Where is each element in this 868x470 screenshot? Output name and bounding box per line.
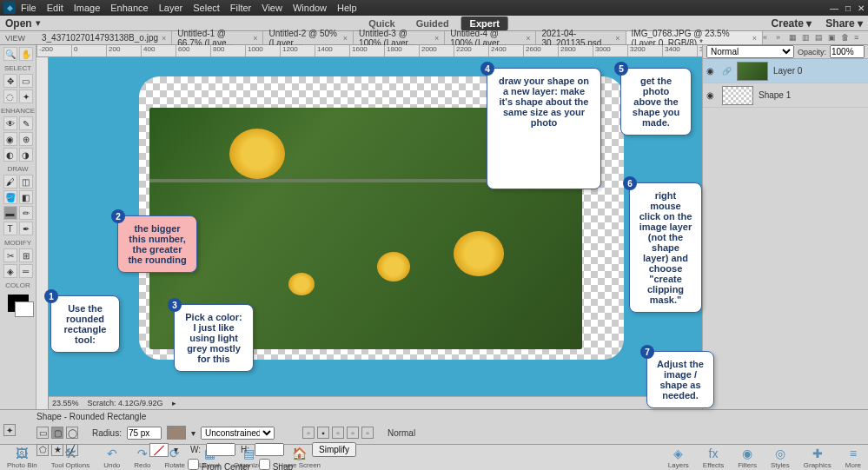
photo-bin-button[interactable]: 🖼Photo Bin [7, 447, 37, 469]
minimize-icon[interactable]: — [830, 3, 838, 13]
spot-tool[interactable]: ◉ [3, 132, 17, 146]
trash-icon[interactable]: 🗑 [841, 33, 851, 43]
whiten-tool[interactable]: ✎ [19, 116, 33, 130]
zoom-tool[interactable]: 🔍 [3, 47, 17, 61]
doc-tab[interactable]: Untitled-3 @ 100% (Layer...× [354, 31, 445, 44]
shape-tool[interactable]: ▬ [3, 206, 17, 220]
shape-polygon[interactable]: ⬠ [36, 444, 49, 456]
tab-close-icon[interactable]: × [434, 34, 439, 43]
menu-file[interactable]: File [21, 3, 36, 13]
add-shape-icon[interactable]: ▪ [317, 427, 329, 439]
layer-thumbnail[interactable] [737, 62, 768, 81]
layout-icon[interactable]: ▥ [802, 33, 812, 43]
share-button[interactable]: Share ▾ [825, 17, 863, 30]
menu-enhance[interactable]: Enhance [110, 3, 148, 13]
tab-close-icon[interactable]: × [752, 34, 757, 43]
swatch-dropdown-icon[interactable]: ▾ [174, 445, 178, 454]
layer-row[interactable]: ◉ Shape 1 [703, 83, 868, 108]
gradient-tool[interactable]: ◧ [19, 190, 33, 204]
sponge-tool[interactable]: ◑ [19, 148, 33, 162]
marquee-tool[interactable]: ▭ [19, 74, 33, 88]
text-tool[interactable]: T [3, 222, 17, 235]
layout-icon[interactable]: ▦ [789, 33, 799, 43]
tab-close-icon[interactable]: × [615, 34, 620, 43]
visibility-icon[interactable]: ◉ [706, 66, 717, 76]
layer-thumbnail[interactable] [722, 86, 753, 105]
swatch-dropdown-icon[interactable]: ▾ [191, 428, 195, 438]
pen-tool[interactable]: ✒ [19, 222, 33, 235]
menu-view[interactable]: View [262, 3, 282, 13]
tab-close-icon[interactable]: × [343, 34, 348, 43]
menu-edit[interactable]: Edit [47, 3, 63, 13]
new-layer-icon[interactable]: ▫ [302, 427, 315, 439]
shape-custom[interactable]: ✦ [3, 424, 16, 436]
create-button[interactable]: Create ▾ [772, 17, 812, 30]
stroke-none-swatch[interactable] [149, 443, 169, 457]
layout-icon[interactable]: ▤ [815, 33, 825, 43]
doc-tab-active[interactable]: IMG_0768.JPG @ 23.5% (Layer 0, RGB/8) *× [626, 31, 763, 44]
doc-tab[interactable]: Untitled-2 @ 50% (Layer ...× [263, 31, 354, 44]
open-button[interactable]: Open [5, 17, 32, 30]
hand-tool[interactable]: ✋ [19, 47, 33, 61]
fill-color-swatch[interactable] [167, 426, 186, 440]
blur-tool[interactable]: ◐ [3, 148, 17, 162]
doc-tab[interactable]: Untitled-4 @ 100% (Layer...× [445, 31, 536, 44]
opacity-input[interactable] [830, 45, 865, 58]
exclude-shape-icon[interactable]: ▫ [361, 427, 374, 439]
straighten-tool[interactable]: ═ [19, 264, 33, 278]
open-dropdown-icon[interactable]: ▾ [36, 17, 41, 29]
doc-tab[interactable]: Untitled-1 @ 66.7% (Laye...× [172, 31, 263, 44]
crop-tool[interactable]: ✂ [3, 248, 17, 262]
fill-tool[interactable]: 🪣 [3, 190, 17, 204]
visibility-icon[interactable]: ◉ [706, 90, 717, 100]
move-tool[interactable]: ✥ [3, 74, 17, 88]
height-input[interactable] [255, 443, 284, 456]
from-center-checkbox[interactable]: From Center [188, 459, 250, 470]
tab-close-icon[interactable]: × [526, 34, 530, 43]
snap-checkbox[interactable]: Snap [259, 459, 293, 470]
shape-star[interactable]: ★ [51, 444, 63, 456]
shape-roundrect[interactable]: ▢ [51, 427, 63, 439]
section-enhance: ENHANCE [1, 107, 35, 115]
shape-ellipse[interactable]: ◯ [66, 427, 78, 439]
maximize-icon[interactable]: □ [845, 3, 851, 13]
link-icon[interactable]: 🔗 [722, 67, 732, 76]
menu-icon[interactable]: ≡ [854, 33, 865, 43]
simplify-button[interactable]: Simplify [312, 442, 356, 457]
doc-tab[interactable]: 2021-04-30_201135.psd ...× [536, 31, 626, 44]
recompose-tool[interactable]: ⊞ [19, 248, 33, 262]
wand-tool[interactable]: ✦ [19, 89, 33, 103]
shape-line[interactable]: ╱ [66, 444, 78, 456]
lasso-tool[interactable]: ◌ [3, 89, 17, 103]
menu-image[interactable]: Image [74, 3, 101, 13]
eraser-tool[interactable]: ◫ [19, 175, 33, 189]
doc-tab[interactable]: 3_4371027014793138B_o.jpg× [36, 31, 172, 44]
layer-name[interactable]: Layer 0 [773, 66, 802, 76]
layer-row[interactable]: ◉ 🔗 Layer 0 [703, 59, 868, 83]
shape-rect[interactable]: ▭ [36, 427, 49, 439]
menu-filter[interactable]: Filter [230, 3, 251, 13]
menu-select[interactable]: Select [193, 3, 220, 13]
subtract-shape-icon[interactable]: ▫ [332, 427, 344, 439]
radius-input[interactable] [127, 427, 162, 440]
content-tool[interactable]: ◈ [3, 264, 17, 278]
constrain-select[interactable]: Unconstrained [201, 427, 275, 440]
menu-help[interactable]: Help [337, 3, 357, 13]
layout-icon[interactable]: ▣ [828, 33, 838, 43]
tab-close-icon[interactable]: × [162, 34, 166, 43]
foreground-color[interactable] [8, 295, 29, 312]
intersect-shape-icon[interactable]: ▫ [347, 427, 359, 439]
menu-window[interactable]: Window [293, 3, 327, 13]
nav-next-icon[interactable]: » [776, 33, 786, 43]
menu-layer[interactable]: Layer [159, 3, 183, 13]
tab-close-icon[interactable]: × [253, 34, 257, 43]
nav-prev-icon[interactable]: « [763, 33, 773, 43]
close-icon[interactable]: ✕ [858, 3, 865, 13]
width-input[interactable] [206, 443, 235, 456]
pencil-tool[interactable]: ✏ [19, 206, 33, 220]
status-dropdown-icon[interactable]: ▸ [172, 399, 176, 407]
clone-tool[interactable]: ⊕ [19, 132, 33, 146]
brush-tool[interactable]: 🖌 [3, 175, 17, 189]
redeye-tool[interactable]: 👁 [3, 116, 17, 130]
layer-name[interactable]: Shape 1 [759, 90, 791, 100]
